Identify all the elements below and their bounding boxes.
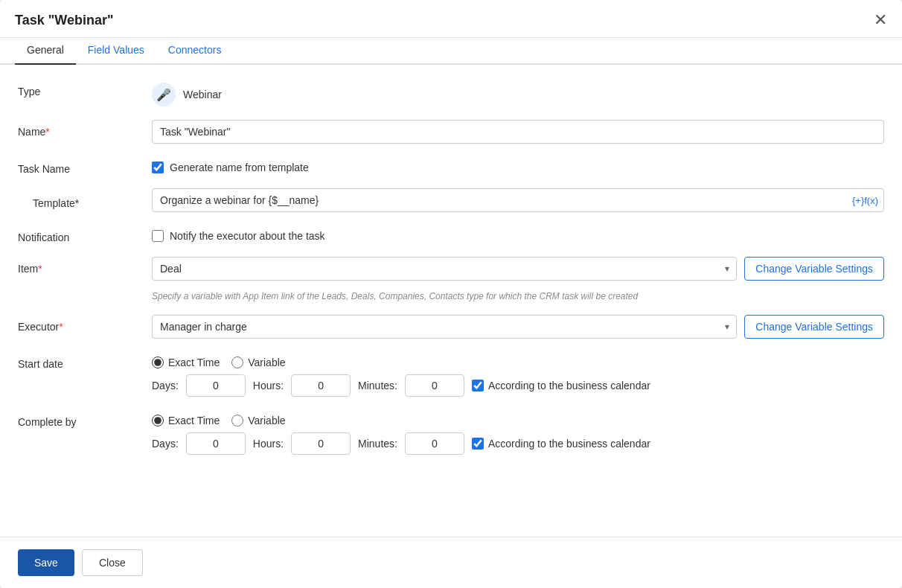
start-date-time-inputs: Days: Hours: Minutes: According to the b… <box>152 368 884 397</box>
complete-by-days-label: Days: <box>152 438 179 450</box>
task-name-checkbox-row: Generate name from template <box>152 157 884 173</box>
complete-by-hours-input[interactable] <box>291 432 351 455</box>
notification-row: Notification Notify the executor about t… <box>18 226 884 243</box>
start-date-control: Exact Time Variable Days: Hours: Minutes… <box>152 352 884 397</box>
name-control <box>152 120 884 144</box>
complete-by-minutes-input[interactable] <box>405 432 464 455</box>
notification-checkbox-label: Notify the executor about the task <box>170 230 325 242</box>
close-icon-button[interactable]: ✕ <box>874 12 887 37</box>
complete-by-row: Complete by Exact Time Variable Days: Ho… <box>18 410 884 455</box>
fx-badge[interactable]: {+}f(x) <box>852 195 878 206</box>
item-controls: Deal ▾ Change Variable Settings <box>152 257 884 281</box>
save-button[interactable]: Save <box>18 549 74 576</box>
executor-select[interactable]: Manager in charge <box>152 315 737 339</box>
notification-checkbox[interactable] <box>152 230 164 242</box>
executor-controls: Manager in charge ▾ Change Variable Sett… <box>152 315 884 339</box>
tab-general[interactable]: General <box>15 36 76 65</box>
start-date-label: Start date <box>18 352 152 370</box>
start-date-days-label: Days: <box>152 380 179 392</box>
tab-connectors[interactable]: Connectors <box>156 36 234 65</box>
item-control: Deal ▾ Change Variable Settings Specify … <box>152 257 884 301</box>
task-webinar-modal: Task "Webinar" ✕ General Field Values Co… <box>0 0 902 588</box>
complete-by-variable-radio[interactable] <box>231 415 243 426</box>
complete-by-label: Complete by <box>18 410 152 428</box>
complete-by-hours-label: Hours: <box>253 438 284 450</box>
task-name-label: Task Name <box>18 157 152 175</box>
start-date-minutes-label: Minutes: <box>358 380 397 392</box>
complete-by-exact-option[interactable]: Exact Time <box>152 415 220 426</box>
complete-by-time-inputs: Days: Hours: Minutes: According to the b… <box>152 426 884 455</box>
name-input[interactable] <box>152 120 884 144</box>
start-date-variable-radio[interactable] <box>231 357 243 368</box>
start-date-calendar-check: According to the business calendar <box>472 380 650 392</box>
template-input[interactable] <box>152 188 884 212</box>
start-date-row: Start date Exact Time Variable Days: Hou… <box>18 352 884 397</box>
modal-header: Task "Webinar" ✕ <box>0 0 902 38</box>
name-label: Name* <box>18 120 152 138</box>
complete-by-calendar-check: According to the business calendar <box>472 438 650 450</box>
start-date-variable-option[interactable]: Variable <box>231 357 285 368</box>
type-control: 🎤 Webinar <box>152 80 884 106</box>
start-date-exact-option[interactable]: Exact Time <box>152 357 220 368</box>
notification-checkbox-row: Notify the executor about the task <box>152 226 884 242</box>
executor-change-variable-button[interactable]: Change Variable Settings <box>744 315 884 339</box>
executor-select-wrap: Manager in charge ▾ <box>152 315 737 339</box>
notification-control: Notify the executor about the task <box>152 226 884 242</box>
webinar-icon: 🎤 <box>152 83 176 106</box>
task-name-row: Task Name Generate name from template <box>18 157 884 175</box>
modal-title: Task "Webinar" <box>15 13 113 37</box>
item-change-variable-button[interactable]: Change Variable Settings <box>744 257 884 281</box>
start-date-exact-label: Exact Time <box>168 357 220 368</box>
start-date-calendar-label: According to the business calendar <box>488 380 650 392</box>
complete-by-days-input[interactable] <box>186 432 246 455</box>
item-row: Item* Deal ▾ Change Variable Settings Sp… <box>18 257 884 301</box>
template-label: Template* <box>18 191 152 209</box>
executor-control: Manager in charge ▾ Change Variable Sett… <box>152 315 884 339</box>
type-label: Type <box>18 80 152 98</box>
item-label: Item* <box>18 257 152 275</box>
task-name-checkbox-label: Generate name from template <box>170 162 309 173</box>
start-date-exact-radio[interactable] <box>152 357 164 368</box>
executor-label: Executor* <box>18 315 152 333</box>
template-control: {+}f(x) <box>152 188 884 212</box>
item-hint: Specify a variable with App Item link of… <box>152 291 638 301</box>
complete-by-variable-label: Variable <box>248 415 285 426</box>
start-date-hours-input[interactable] <box>291 374 351 397</box>
complete-by-calendar-label: According to the business calendar <box>488 438 650 450</box>
start-date-radio-group: Exact Time Variable <box>152 352 884 368</box>
task-name-control: Generate name from template <box>152 157 884 173</box>
start-date-minutes-input[interactable] <box>405 374 464 397</box>
item-select[interactable]: Deal <box>152 257 737 281</box>
start-date-variable-label: Variable <box>248 357 285 368</box>
tab-field-values[interactable]: Field Values <box>76 36 156 65</box>
complete-by-exact-radio[interactable] <box>152 415 164 426</box>
modal-footer: Save Close <box>0 537 902 588</box>
task-name-checkbox[interactable] <box>152 162 164 173</box>
complete-by-radio-group: Exact Time Variable <box>152 410 884 426</box>
complete-by-control: Exact Time Variable Days: Hours: Minutes… <box>152 410 884 455</box>
close-button[interactable]: Close <box>82 549 143 576</box>
template-row: Template* {+}f(x) <box>18 188 884 212</box>
modal-body: Type 🎤 Webinar Name* Task Name Generate … <box>0 65 902 537</box>
notification-label: Notification <box>18 226 152 243</box>
complete-by-exact-label: Exact Time <box>168 415 220 426</box>
complete-by-minutes-label: Minutes: <box>358 438 397 450</box>
start-date-hours-label: Hours: <box>253 380 284 392</box>
complete-by-calendar-checkbox[interactable] <box>472 438 484 450</box>
complete-by-variable-option[interactable]: Variable <box>231 415 285 426</box>
start-date-calendar-checkbox[interactable] <box>472 380 484 392</box>
executor-row: Executor* Manager in charge ▾ Change Var… <box>18 315 884 339</box>
tab-bar: General Field Values Connectors <box>0 36 902 65</box>
name-row: Name* <box>18 120 884 144</box>
item-select-wrap: Deal ▾ <box>152 257 737 281</box>
type-row: Type 🎤 Webinar <box>18 80 884 106</box>
start-date-days-input[interactable] <box>186 374 246 397</box>
type-value: Webinar <box>183 89 222 100</box>
